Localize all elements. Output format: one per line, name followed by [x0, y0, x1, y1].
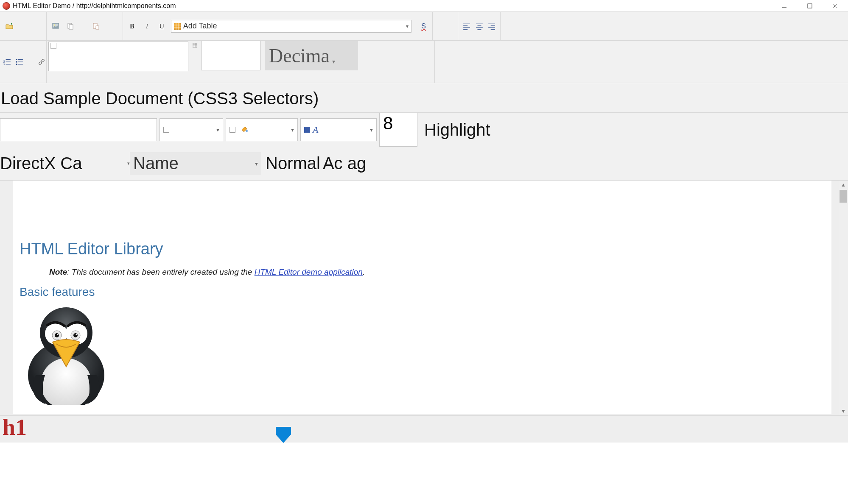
editor-canvas-area: HTML Editor Library Note: This document …: [0, 181, 848, 415]
add-table-label: Add Table: [183, 22, 217, 31]
svg-point-37: [16, 63, 17, 64]
svg-point-35: [16, 61, 17, 62]
copy-button[interactable]: [64, 20, 76, 32]
align-right-button[interactable]: [487, 20, 497, 32]
ordered-list-button[interactable]: 123: [3, 56, 12, 68]
normal-style-label[interactable]: Normal: [266, 154, 320, 173]
note-tail: .: [363, 267, 365, 276]
note-text: : This document has been entirely create…: [67, 267, 254, 276]
note-link[interactable]: HTML Editor demo application: [255, 267, 363, 276]
open-file-button[interactable]: [3, 20, 15, 32]
svg-rect-39: [38, 61, 42, 65]
font-color-letter-icon: A: [313, 124, 318, 135]
svg-rect-40: [41, 58, 45, 62]
font-family-dropdown[interactable]: Decima ▾: [265, 41, 358, 70]
color-swatch-icon: [50, 43, 56, 49]
svg-rect-1: [808, 4, 812, 8]
square-icon: [304, 127, 310, 133]
svg-point-58: [76, 334, 77, 335]
name-dropdown[interactable]: Name ▾: [130, 152, 261, 175]
svg-rect-9: [96, 26, 99, 29]
svg-rect-10: [174, 23, 181, 30]
svg-point-5: [54, 24, 55, 25]
highlight-label[interactable]: Highlight: [424, 120, 490, 139]
scroll-up-button[interactable]: ▲: [839, 181, 848, 189]
action-label[interactable]: Ac ag: [323, 154, 366, 173]
note-label: Note: [49, 267, 67, 276]
align-left-button[interactable]: [462, 20, 472, 32]
window-maximize-button[interactable]: [797, 0, 823, 12]
canvas-mode-label[interactable]: DirectX Ca: [0, 154, 127, 173]
selector-name-input[interactable]: [0, 118, 157, 141]
dropdown-arrow-icon: ▾: [255, 160, 258, 167]
document-heading-2[interactable]: Basic features: [20, 285, 825, 299]
penguin-image[interactable]: [20, 303, 113, 405]
paste-button[interactable]: [90, 20, 102, 32]
scroll-down-button[interactable]: ▼: [839, 407, 848, 415]
zoom-value-input[interactable]: 8: [379, 113, 417, 147]
document-page[interactable]: HTML Editor Library Note: This document …: [13, 181, 831, 414]
style-selector[interactable]: [48, 42, 188, 71]
toolbar-row-1: B I U Add Table ▾ S: [0, 12, 848, 41]
svg-point-47: [246, 130, 248, 132]
italic-button[interactable]: I: [141, 20, 153, 32]
font-color-dropdown[interactable]: A ▾: [300, 118, 377, 141]
app-icon: [3, 2, 10, 10]
align-center-button[interactable]: [474, 20, 484, 32]
scrollbar-thumb[interactable]: [840, 190, 847, 203]
name-dropdown-label: Name: [133, 154, 179, 173]
font-family-label: Decima: [269, 45, 330, 67]
svg-text:3: 3: [3, 63, 5, 65]
add-table-dropdown[interactable]: Add Table ▾: [171, 20, 411, 33]
border-style-dropdown[interactable]: ▾: [160, 118, 223, 141]
window-titlebar: HTML Editor Demo / http://delphihtmlcomp…: [0, 0, 848, 12]
status-bar: h1: [0, 415, 848, 443]
window-title: HTML Editor Demo / http://delphihtmlcomp…: [13, 2, 176, 10]
svg-point-57: [57, 334, 58, 335]
bold-button[interactable]: B: [126, 20, 138, 32]
square-icon: [163, 127, 169, 133]
svg-rect-7: [69, 25, 73, 29]
svg-point-55: [55, 333, 59, 337]
document-note-paragraph[interactable]: Note: This document has been entirely cr…: [49, 267, 825, 277]
current-tag-indicator: h1: [0, 418, 27, 437]
insert-image-button[interactable]: [50, 20, 62, 32]
fill-color-dropdown[interactable]: ▾: [226, 118, 298, 141]
svg-rect-42: [193, 43, 197, 47]
font-size-input[interactable]: [201, 41, 260, 70]
underline-button[interactable]: U: [156, 20, 168, 32]
options-bar: ▾ ▾ A ▾ 8 Highlight DirectX Ca ▾ Name ▾ …: [0, 113, 848, 181]
toolbar-row-2: 123 Decima ▾: [0, 41, 848, 83]
square-icon: [229, 127, 235, 133]
table-grid-icon[interactable]: [193, 42, 197, 49]
svg-point-56: [73, 333, 78, 337]
sample-controls-bar: Load Sample Document (CSS3 Selectors): [0, 83, 848, 113]
dropdown-arrow-icon: ▾: [406, 23, 409, 29]
dropdown-arrow-icon: ▾: [332, 58, 335, 65]
vertical-scrollbar[interactable]: ▲ ▼: [839, 181, 848, 415]
caret-marker-icon: [271, 427, 295, 444]
insert-link-button[interactable]: [36, 56, 46, 68]
unordered-list-button[interactable]: [15, 56, 25, 68]
spellcheck-button[interactable]: S: [418, 20, 429, 33]
window-close-button[interactable]: [823, 0, 848, 12]
table-icon: [174, 23, 181, 30]
load-sample-document-button[interactable]: Load Sample Document (CSS3 Selectors): [0, 83, 319, 112]
document-heading-1[interactable]: HTML Editor Library: [20, 240, 825, 258]
window-minimize-button[interactable]: [772, 0, 797, 12]
paint-bucket-icon: [240, 125, 248, 135]
svg-point-33: [16, 58, 17, 60]
